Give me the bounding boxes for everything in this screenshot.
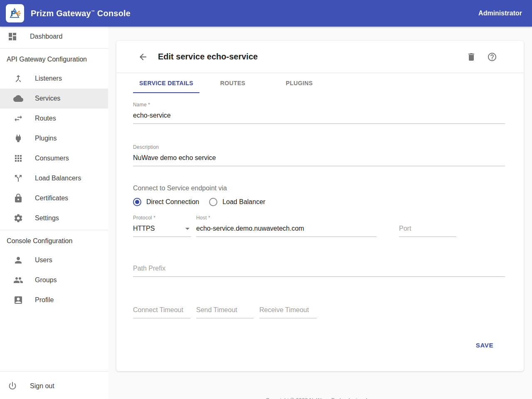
sidebar-item-label: Services [35, 95, 60, 102]
help-icon [487, 52, 497, 62]
app-title: Prizm Gateway™ Console [31, 9, 131, 18]
radio-direct-connection[interactable]: Direct Connection [133, 198, 199, 206]
receive-timeout-input[interactable] [259, 303, 317, 318]
delete-button[interactable] [466, 52, 476, 62]
host-input[interactable] [196, 221, 377, 237]
sidebar-item-label: Settings [35, 214, 59, 222]
page-title: Edit service echo-service [158, 52, 258, 62]
sidebar-item-label: Profile [35, 296, 54, 304]
send-timeout-input[interactable] [196, 303, 254, 318]
account-box-icon [13, 295, 23, 305]
chevron-down-icon [185, 228, 190, 230]
send-timeout-field-group [196, 303, 254, 318]
sidebar-item-services[interactable]: Services [0, 89, 108, 108]
user-menu[interactable]: Administrator [478, 10, 522, 17]
cloud-icon [13, 94, 23, 103]
swap-horiz-icon [13, 113, 23, 123]
save-button[interactable]: SAVE [469, 338, 500, 352]
host-field-group: Host * [196, 214, 377, 237]
dashboard-icon [7, 32, 17, 42]
sidebar-item-label: Users [35, 256, 52, 264]
svg-text:P: P [11, 10, 16, 18]
sign-out-button[interactable]: Sign out [0, 373, 108, 399]
sidebar-item-label: Consumers [35, 155, 69, 162]
sidebar-item-certificates[interactable]: Certificates [0, 188, 108, 208]
sidebar-item-dashboard[interactable]: Dashboard [0, 27, 108, 47]
trash-icon [466, 52, 476, 62]
sidebar-item-load-balancers[interactable]: Load Balancers [0, 168, 108, 188]
name-input[interactable] [133, 108, 505, 124]
protocol-field-group: Protocol * HTTPS [133, 214, 191, 237]
sidebar-item-users[interactable]: Users [0, 250, 108, 270]
path-prefix-input[interactable] [133, 261, 505, 277]
call-merge-icon [13, 74, 23, 84]
protocol-selected-value: HTTPS [133, 225, 155, 232]
sidebar-item-label: Load Balancers [35, 175, 81, 182]
receive-timeout-field-group [259, 303, 317, 318]
sidebar-item-listeners[interactable]: Listeners [0, 69, 108, 89]
card-header: Edit service echo-service [116, 41, 524, 73]
apps-grid-icon [13, 153, 23, 163]
sidebar-item-label: Dashboard [30, 33, 62, 40]
sidebar-item-label: Plugins [35, 135, 57, 142]
description-field-label: Description [133, 144, 159, 150]
sidebar-item-routes[interactable]: Routes [0, 108, 108, 128]
timeouts-row [133, 303, 505, 318]
sidebar-section-gateway: API Gateway Configuration [0, 50, 108, 69]
radio-label: Load Balancer [222, 198, 265, 206]
protocol-select[interactable]: HTTPS [133, 221, 191, 237]
person-icon [13, 255, 23, 265]
sidebar-item-profile[interactable]: Profile [0, 290, 108, 310]
sidebar-divider [0, 230, 108, 230]
sidebar-nav: Dashboard API Gateway Configuration List… [0, 27, 108, 399]
back-button[interactable] [138, 52, 148, 62]
name-field-group: Name * [133, 101, 505, 124]
protocol-host-port-row: Protocol * HTTPS Host * [133, 214, 505, 237]
prizm-logo: P [6, 4, 24, 22]
port-input[interactable] [399, 221, 456, 237]
sidebar-divider [0, 371, 108, 372]
endpoint-section-label: Connect to Service endpoint via [133, 185, 505, 192]
radio-selected-icon [133, 198, 141, 206]
sidebar-item-groups[interactable]: Groups [0, 270, 108, 290]
sidebar-item-settings[interactable]: Settings [0, 208, 108, 228]
protocol-field-label: Protocol * [133, 215, 155, 221]
endpoint-radio-group: Direct Connection Load Balancer [133, 198, 505, 206]
save-row: SAVE [133, 318, 505, 371]
description-field-group: Description [133, 143, 505, 166]
sidebar-item-label: Certificates [35, 195, 68, 202]
call-split-icon [13, 173, 23, 183]
prizm-logo-icon: P [8, 6, 22, 20]
people-icon [13, 275, 23, 285]
copyright-footer: Copyright © 2022 NuWave Technologies, In… [108, 397, 532, 399]
connect-timeout-field-group [133, 303, 190, 318]
name-field-label: Name * [133, 102, 150, 108]
power-icon [7, 381, 17, 391]
power-plug-icon [13, 133, 23, 143]
tab-service-details[interactable]: SERVICE DETAILS [133, 73, 200, 93]
tab-routes[interactable]: ROUTES [200, 73, 266, 93]
path-prefix-field-group [133, 261, 505, 277]
sidebar-item-label: Groups [35, 276, 57, 284]
tab-plugins[interactable]: PLUGINS [266, 73, 332, 93]
edit-service-card: Edit service echo-service SERVICE DETAIL… [116, 41, 524, 371]
trademark-symbol: ™ [91, 10, 95, 14]
main-content: Edit service echo-service SERVICE DETAIL… [108, 27, 532, 399]
help-button[interactable] [487, 52, 497, 62]
radio-label: Direct Connection [146, 198, 199, 206]
sidebar-divider [0, 48, 108, 49]
connect-timeout-input[interactable] [133, 303, 190, 318]
sidebar-item-plugins[interactable]: Plugins [0, 128, 108, 148]
service-details-form: Name * Description Connect to Service en… [116, 93, 524, 371]
description-input[interactable] [133, 150, 505, 166]
sidebar-item-consumers[interactable]: Consumers [0, 148, 108, 168]
sidebar-item-label: Routes [35, 115, 56, 122]
sidebar-item-label: Listeners [35, 75, 62, 82]
sidebar-section-console: Console Configuration [0, 232, 108, 250]
app-bar: P Prizm Gateway™ Console Administrator [0, 0, 532, 27]
radio-load-balancer[interactable]: Load Balancer [209, 198, 265, 206]
lock-icon [13, 193, 23, 203]
gear-icon [13, 213, 23, 223]
tab-bar: SERVICE DETAILS ROUTES PLUGINS [116, 73, 524, 93]
radio-unselected-icon [209, 198, 217, 206]
